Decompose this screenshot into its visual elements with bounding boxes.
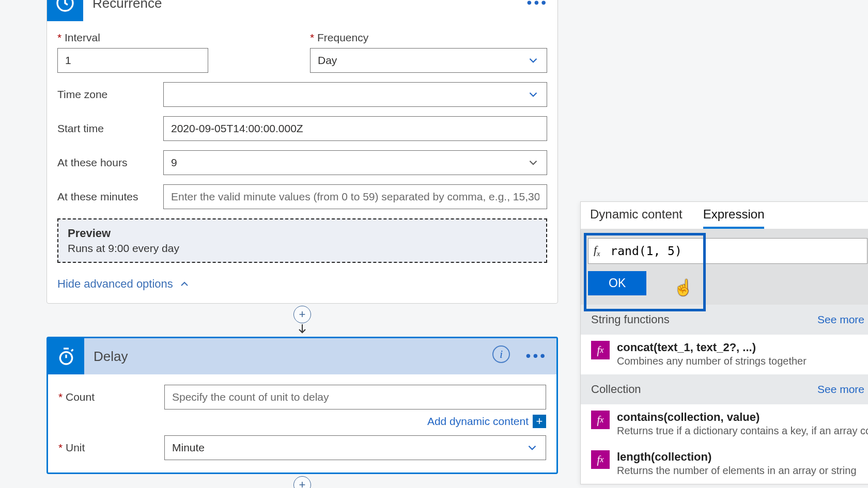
hide-advanced-label: Hide advanced options bbox=[57, 277, 173, 291]
delay-menu-icon[interactable]: ••• bbox=[526, 348, 547, 364]
fx-icon: fx bbox=[591, 450, 610, 469]
fn-concat[interactable]: fx concat(text_1, text_2?, ...) Combines… bbox=[581, 335, 868, 374]
fn-signature: length(collection) bbox=[617, 450, 857, 464]
start-time-label: Start time bbox=[57, 122, 163, 135]
fx-icon: fx bbox=[591, 411, 610, 429]
connector-1: + bbox=[47, 304, 558, 337]
timezone-select[interactable] bbox=[163, 82, 547, 107]
tab-expression[interactable]: Expression bbox=[703, 207, 765, 229]
add-dynamic-content-link[interactable]: Add dynamic content bbox=[427, 415, 529, 428]
unit-label: Unit bbox=[58, 442, 164, 454]
expression-input[interactable] bbox=[610, 244, 862, 258]
recurrence-card: Recurrence ••• Interval Frequency Time bbox=[47, 0, 558, 304]
info-icon[interactable]: i bbox=[492, 345, 510, 363]
timezone-label: Time zone bbox=[57, 88, 163, 101]
recurrence-header[interactable]: Recurrence ••• bbox=[47, 0, 557, 21]
collection-functions-header[interactable]: Collection See more bbox=[581, 374, 868, 404]
interval-input[interactable] bbox=[57, 48, 208, 73]
preview-title: Preview bbox=[68, 227, 537, 240]
hours-label: At these hours bbox=[57, 156, 163, 169]
string-functions-header[interactable]: String functions See more bbox=[581, 305, 868, 335]
minutes-label: At these minutes bbox=[57, 191, 163, 203]
fn-length[interactable]: fx length(collection) Returns the number… bbox=[581, 444, 868, 484]
hide-advanced-toggle[interactable]: Hide advanced options bbox=[57, 277, 547, 291]
fn-description: Combines any number of strings together bbox=[617, 355, 807, 367]
recurrence-title: Recurrence bbox=[92, 0, 162, 11]
fn-signature: contains(collection, value) bbox=[617, 411, 868, 424]
add-step-button[interactable]: + bbox=[293, 476, 311, 488]
ok-button-label: OK bbox=[609, 276, 626, 290]
delay-icon bbox=[48, 338, 84, 374]
see-more-link[interactable]: See more bbox=[817, 383, 864, 396]
svg-point-1 bbox=[60, 352, 72, 364]
delay-title: Delay bbox=[94, 349, 128, 365]
cursor-pointer-icon: ☝ bbox=[674, 278, 693, 296]
plus-icon[interactable]: + bbox=[533, 415, 546, 428]
frequency-label: Frequency bbox=[310, 32, 547, 44]
count-label: Count bbox=[58, 391, 164, 403]
fn-description: Returns true if a dictionary contains a … bbox=[617, 425, 868, 437]
minutes-input[interactable] bbox=[163, 184, 547, 209]
frequency-select[interactable] bbox=[310, 48, 547, 73]
count-input[interactable] bbox=[164, 385, 546, 410]
fn-description: Returns the number of elements in an arr… bbox=[617, 465, 857, 477]
fn-signature: concat(text_1, text_2?, ...) bbox=[617, 341, 807, 354]
see-more-link[interactable]: See more bbox=[817, 313, 864, 326]
chevron-up-icon bbox=[178, 278, 191, 290]
recurrence-icon bbox=[47, 0, 83, 21]
delay-card: Delay i ••• Count Add dynamic content + … bbox=[47, 337, 558, 474]
add-step-button[interactable]: + bbox=[293, 306, 311, 323]
start-time-input[interactable] bbox=[163, 116, 547, 141]
expression-panel: Dynamic content Expression fx OK ☝ Strin… bbox=[580, 201, 868, 484]
preview-text: Runs at 9:00 every day bbox=[68, 242, 537, 255]
fx-icon: fx bbox=[591, 341, 610, 359]
recurrence-menu-icon[interactable]: ••• bbox=[527, 0, 548, 11]
connector-2: + bbox=[47, 474, 558, 488]
preview-box: Preview Runs at 9:00 every day bbox=[57, 218, 547, 263]
string-functions-label: String functions bbox=[591, 313, 670, 326]
expression-input-wrap[interactable]: fx bbox=[588, 238, 867, 264]
fn-contains[interactable]: fx contains(collection, value) Returns t… bbox=[581, 404, 868, 444]
unit-select[interactable] bbox=[164, 435, 546, 460]
ok-button[interactable]: OK bbox=[588, 271, 646, 295]
tab-dynamic-content[interactable]: Dynamic content bbox=[590, 207, 683, 229]
arrow-down-icon bbox=[296, 323, 308, 335]
collection-label: Collection bbox=[591, 383, 641, 396]
delay-header[interactable]: Delay i ••• bbox=[48, 338, 556, 374]
fx-icon: fx bbox=[594, 243, 600, 258]
interval-label: Interval bbox=[57, 32, 295, 44]
hours-select[interactable] bbox=[163, 150, 547, 175]
